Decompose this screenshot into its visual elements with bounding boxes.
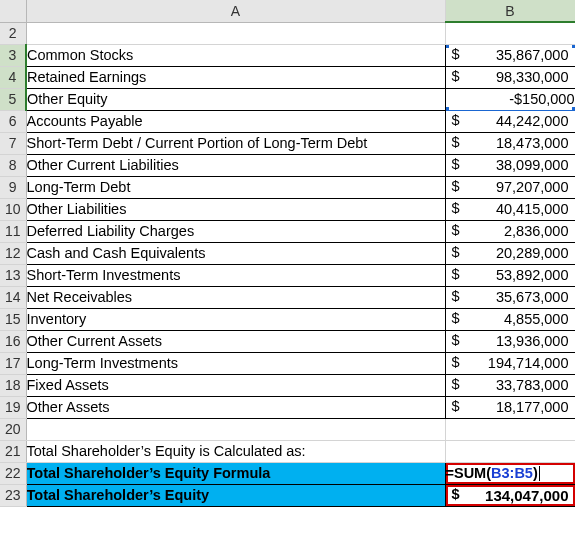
row-header[interactable]: 11 xyxy=(0,220,26,242)
cell-B21[interactable] xyxy=(445,440,575,462)
cell-value: 97,207,000 xyxy=(446,179,575,195)
cell-value: 18,177,000 xyxy=(446,399,575,415)
row-header[interactable]: 9 xyxy=(0,176,26,198)
row-header[interactable]: 23 xyxy=(0,484,26,506)
currency-symbol: $ xyxy=(452,200,460,216)
cell-A7[interactable]: Short-Term Debt / Current Portion of Lon… xyxy=(26,132,445,154)
row-header[interactable]: 21 xyxy=(0,440,26,462)
row-header[interactable]: 3 xyxy=(0,44,26,66)
cell-B8[interactable]: $38,099,000 xyxy=(445,154,575,176)
spreadsheet-grid[interactable]: A B 2 3 Common Stocks $ 35,867,000 4 Ret… xyxy=(0,0,575,507)
row-header[interactable]: 7 xyxy=(0,132,26,154)
cell-B15[interactable]: $4,855,000 xyxy=(445,308,575,330)
row-header[interactable]: 14 xyxy=(0,286,26,308)
cell-value: 44,242,000 xyxy=(446,113,575,129)
col-header-A[interactable]: A xyxy=(26,0,445,22)
cell-A23[interactable]: Total Shareholder’s Equity xyxy=(26,484,445,506)
cell-A14[interactable]: Net Receivables xyxy=(26,286,445,308)
cell-B6[interactable]: $44,242,000 xyxy=(445,110,575,132)
cell-A15[interactable]: Inventory xyxy=(26,308,445,330)
currency-symbol: $ xyxy=(452,244,460,260)
cell-A20[interactable] xyxy=(26,418,445,440)
row-header[interactable]: 20 xyxy=(0,418,26,440)
cell-value: 4,855,000 xyxy=(446,311,575,327)
cell-value: -$150,000 xyxy=(509,91,574,107)
cell-A16[interactable]: Other Current Assets xyxy=(26,330,445,352)
cell-B12[interactable]: $20,289,000 xyxy=(445,242,575,264)
cell-B11[interactable]: $2,836,000 xyxy=(445,220,575,242)
row-header[interactable]: 17 xyxy=(0,352,26,374)
row-header[interactable]: 2 xyxy=(0,22,26,44)
cell-value: 33,783,000 xyxy=(446,377,575,393)
cell-A6[interactable]: Accounts Payable xyxy=(26,110,445,132)
cell-A18[interactable]: Fixed Assets xyxy=(26,374,445,396)
select-all-corner[interactable] xyxy=(0,0,26,22)
currency-symbol: $ xyxy=(452,156,460,172)
cell-A12[interactable]: Cash and Cash Equivalents xyxy=(26,242,445,264)
cell-value: 40,415,000 xyxy=(446,201,575,217)
row-header[interactable]: 13 xyxy=(0,264,26,286)
cell-value: 98,330,000 xyxy=(446,69,575,85)
cell-A4[interactable]: Retained Earnings xyxy=(26,66,445,88)
cell-A11[interactable]: Deferred Liability Charges xyxy=(26,220,445,242)
currency-symbol: $ xyxy=(452,486,460,502)
cell-B20[interactable] xyxy=(445,418,575,440)
row-header[interactable]: 16 xyxy=(0,330,26,352)
cell-A8[interactable]: Other Current Liabilities xyxy=(26,154,445,176)
cell-value: 134,047,000 xyxy=(446,487,575,504)
cell-A10[interactable]: Other Liabilities xyxy=(26,198,445,220)
row-header[interactable]: 15 xyxy=(0,308,26,330)
cell-value: 13,936,000 xyxy=(446,333,575,349)
row-header[interactable]: 4 xyxy=(0,66,26,88)
cell-B5[interactable]: -$150,000 xyxy=(445,88,575,110)
col-header-B[interactable]: B xyxy=(445,0,575,22)
row-header[interactable]: 10 xyxy=(0,198,26,220)
cell-B18[interactable]: $33,783,000 xyxy=(445,374,575,396)
cell-B23[interactable]: $ 134,047,000 xyxy=(445,484,575,506)
cell-value: 53,892,000 xyxy=(446,267,575,283)
currency-symbol: $ xyxy=(452,266,460,282)
cell-A19[interactable]: Other Assets xyxy=(26,396,445,418)
row-header[interactable]: 19 xyxy=(0,396,26,418)
cell-B14[interactable]: $35,673,000 xyxy=(445,286,575,308)
currency-symbol: $ xyxy=(452,46,460,62)
text-cursor xyxy=(539,466,540,481)
formula-prefix: =SUM( xyxy=(446,465,492,481)
row-header[interactable]: 22 xyxy=(0,462,26,484)
cell-A5[interactable]: Other Equity xyxy=(26,88,445,110)
currency-symbol: $ xyxy=(452,222,460,238)
cell-B22-formula[interactable]: =SUM(B3:B5) xyxy=(445,462,575,484)
cell-B7[interactable]: $18,473,000 xyxy=(445,132,575,154)
cell-B17[interactable]: $194,714,000 xyxy=(445,352,575,374)
cell-A21[interactable]: Total Shareholder’s Equity is Calculated… xyxy=(26,440,445,462)
currency-symbol: $ xyxy=(452,332,460,348)
row-header[interactable]: 18 xyxy=(0,374,26,396)
cell-B9[interactable]: $97,207,000 xyxy=(445,176,575,198)
cell-A2[interactable] xyxy=(26,22,445,44)
cell-value: 2,836,000 xyxy=(446,223,575,239)
currency-symbol: $ xyxy=(452,288,460,304)
currency-symbol: $ xyxy=(452,354,460,370)
cell-B19[interactable]: $18,177,000 xyxy=(445,396,575,418)
row-header[interactable]: 12 xyxy=(0,242,26,264)
cell-A17[interactable]: Long-Term Investments xyxy=(26,352,445,374)
cell-B16[interactable]: $13,936,000 xyxy=(445,330,575,352)
cell-A3[interactable]: Common Stocks xyxy=(26,44,445,66)
cell-B3[interactable]: $ 35,867,000 xyxy=(445,44,575,66)
row-header[interactable]: 6 xyxy=(0,110,26,132)
currency-symbol: $ xyxy=(452,178,460,194)
cell-B13[interactable]: $53,892,000 xyxy=(445,264,575,286)
cell-A13[interactable]: Short-Term Investments xyxy=(26,264,445,286)
row-header[interactable]: 5 xyxy=(0,88,26,110)
currency-symbol: $ xyxy=(452,310,460,326)
cell-value: 35,673,000 xyxy=(446,289,575,305)
cell-B10[interactable]: $40,415,000 xyxy=(445,198,575,220)
row-header[interactable]: 8 xyxy=(0,154,26,176)
cell-B4[interactable]: $ 98,330,000 xyxy=(445,66,575,88)
cell-B2[interactable] xyxy=(445,22,575,44)
formula-range-ref: B3:B5 xyxy=(491,465,533,481)
currency-symbol: $ xyxy=(452,112,460,128)
cell-A9[interactable]: Long-Term Debt xyxy=(26,176,445,198)
currency-symbol: $ xyxy=(452,376,460,392)
cell-A22[interactable]: Total Shareholder’s Equity Formula xyxy=(26,462,445,484)
